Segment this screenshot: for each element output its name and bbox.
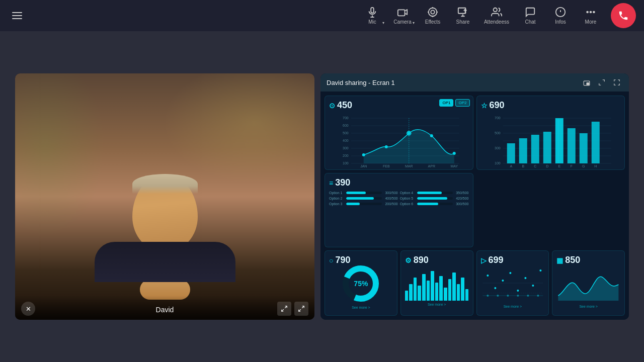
bottom-panels: ○ 790 75% See more >	[325, 250, 625, 316]
panel3-right: Option 4 350/500 Option 5 420/500 Option…	[400, 191, 469, 208]
panel7-see-more[interactable]: See more >	[556, 305, 620, 308]
svg-point-87	[524, 277, 526, 279]
svg-text:C: C	[534, 164, 536, 168]
prog-row-6: Option 6 300/500	[400, 202, 469, 206]
svg-line-20	[282, 309, 284, 311]
attendees-button[interactable]: Attendeess	[479, 3, 514, 28]
svg-point-84	[502, 280, 504, 282]
attendees-label: Attendeess	[484, 19, 509, 25]
panel3-icon: ≡	[329, 179, 333, 187]
svg-rect-65	[543, 132, 551, 163]
video-bottom-bar: ✕ David	[15, 296, 314, 320]
svg-point-92	[487, 295, 489, 297]
controls-group: Mic ▾ Camera ▾ Effects	[358, 3, 636, 28]
infos-button[interactable]: Infos	[546, 3, 575, 28]
screen-share-panel: David sharing - Ecran 1	[320, 73, 629, 320]
video-pip-button[interactable]	[277, 302, 291, 316]
panel4-icon: ○	[329, 256, 333, 264]
svg-text:F: F	[570, 164, 572, 168]
panel7-chart	[556, 265, 620, 301]
chat-button[interactable]: Chat	[516, 3, 544, 28]
svg-point-82	[487, 275, 489, 277]
dashboard-panel-4: ○ 790 75% See more >	[325, 250, 397, 316]
svg-point-95	[517, 295, 519, 297]
dashboard-panel-6: ▷ 699	[476, 250, 549, 316]
share-header: David sharing - Ecran 1	[320, 73, 629, 92]
svg-text:200: 200	[343, 154, 349, 157]
panel6-icon: ▷	[481, 256, 487, 264]
svg-point-94	[507, 295, 509, 297]
prog-row-2: Option 2 400/500	[329, 197, 398, 200]
svg-text:A: A	[510, 164, 512, 168]
svg-point-88	[532, 285, 534, 287]
svg-point-16	[587, 12, 588, 13]
svg-point-5	[429, 8, 437, 17]
video-close-button[interactable]: ✕	[21, 302, 35, 316]
svg-point-47	[430, 134, 433, 137]
dashboard-panel-5: ⚙ 890	[400, 250, 473, 316]
panel3-value: ≡ 390	[329, 177, 469, 188]
camera-label: Camera	[393, 19, 412, 25]
svg-text:700: 700	[495, 116, 501, 120]
svg-text:D: D	[546, 164, 548, 168]
dashboard-panel-7: ▦ 850 See more >	[552, 250, 625, 316]
panel5-icon: ⚙	[405, 256, 412, 264]
panel5-value: ⚙ 890	[405, 255, 469, 265]
panel1-option2-button[interactable]: OP2	[455, 99, 469, 107]
panel7-value: ▦ 850	[556, 255, 620, 265]
svg-text:100: 100	[495, 161, 501, 165]
svg-line-21	[302, 306, 304, 308]
svg-point-97	[537, 295, 539, 297]
share-pip-button[interactable]	[581, 76, 593, 88]
dashboard-content: ⊙ 450 OP1 OP2 700	[320, 92, 629, 320]
person-hair	[132, 174, 198, 194]
panel3-bars: Option 1 300/500 Option 2 400/500 Option…	[329, 191, 469, 208]
panel6-see-more[interactable]: See more >	[481, 305, 545, 308]
svg-rect-62	[507, 143, 515, 163]
effects-button[interactable]: Effects	[419, 3, 447, 28]
svg-point-48	[453, 152, 456, 155]
end-call-button[interactable]	[611, 3, 636, 28]
share-label: Share	[456, 19, 470, 25]
chat-label: Chat	[525, 19, 535, 25]
svg-text:MAY: MAY	[450, 164, 458, 168]
camera-button[interactable]: Camera ▾	[388, 3, 417, 28]
share-window-button[interactable]	[596, 76, 608, 88]
panel3-left: Option 1 300/500 Option 2 400/500 Option…	[329, 191, 398, 208]
svg-rect-24	[587, 83, 589, 85]
svg-rect-63	[519, 138, 527, 163]
donut-label: 75%	[354, 280, 368, 288]
video-fullscreen-button[interactable]	[294, 302, 308, 316]
panel1-option1-button[interactable]: OP1	[439, 99, 453, 107]
panel2-icon: ☆	[481, 102, 488, 110]
svg-rect-0	[371, 8, 374, 13]
main-content: ✕ David David sha	[0, 31, 644, 362]
share-header-buttons	[581, 76, 623, 88]
more-button[interactable]: More	[577, 3, 605, 28]
panel4-see-more[interactable]: See more >	[352, 306, 370, 309]
svg-rect-69	[579, 133, 587, 163]
panel5-see-more[interactable]: See more >	[405, 303, 469, 306]
svg-rect-67	[555, 118, 563, 163]
topbar: Mic ▾ Camera ▾ Effects	[0, 0, 644, 31]
person-suit	[95, 242, 235, 282]
mic-button[interactable]: Mic ▾	[358, 3, 386, 28]
svg-text:JAN: JAN	[360, 164, 367, 168]
svg-text:500: 500	[343, 131, 349, 135]
share-fullscreen-button[interactable]	[611, 76, 623, 88]
svg-rect-68	[567, 128, 575, 163]
prog-row-3: Option 3 200/500	[329, 202, 398, 206]
donut-container: 75% See more >	[329, 265, 393, 307]
panel1-options: OP1 OP2	[439, 99, 469, 107]
menu-button[interactable]	[8, 8, 26, 23]
share-button[interactable]: Share	[449, 3, 477, 28]
camera-dropdown-arrow: ▾	[413, 21, 415, 25]
svg-text:APR: APR	[428, 164, 435, 168]
svg-text:MAR: MAR	[405, 164, 413, 168]
panel5-bars	[405, 265, 469, 301]
svg-point-44	[362, 153, 365, 156]
panel2-chart: 700 500 300 100 A	[481, 111, 621, 168]
person-figure	[85, 174, 246, 300]
more-label: More	[585, 19, 597, 25]
svg-text:FEB: FEB	[383, 164, 390, 168]
